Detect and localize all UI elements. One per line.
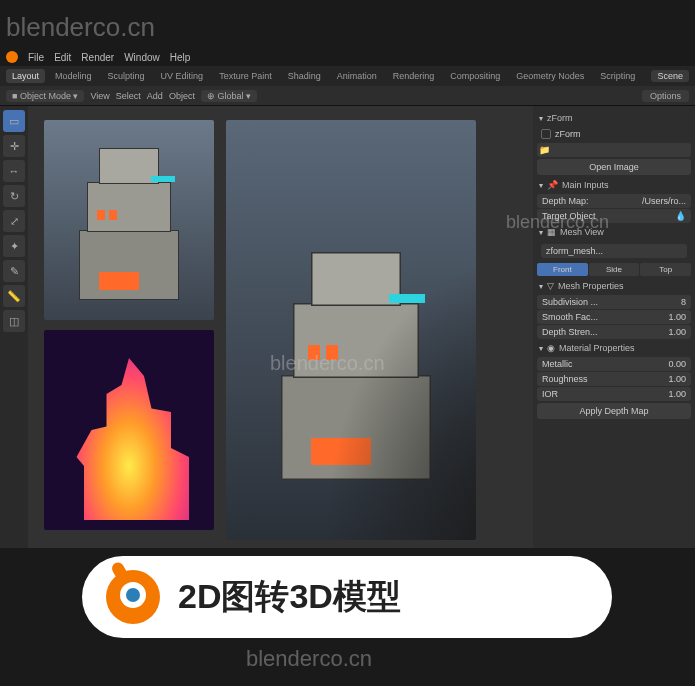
- mode-selector[interactable]: ■ Object Mode ▾: [6, 90, 84, 102]
- depth-map-image: [44, 330, 214, 530]
- watermark: blenderco.cn: [246, 646, 372, 672]
- scale-tool-icon[interactable]: ⤢: [3, 210, 25, 232]
- move-tool-icon[interactable]: ↔: [3, 160, 25, 182]
- blender-window: File Edit Render Window Help Layout Mode…: [0, 48, 695, 548]
- viewport-header: ■ Object Mode ▾ View Select Add Object ⊕…: [0, 86, 695, 106]
- workspace-tabs: Layout Modeling Sculpting UV Editing Tex…: [0, 66, 695, 86]
- menu-window[interactable]: Window: [124, 52, 160, 63]
- menu-edit[interactable]: Edit: [54, 52, 71, 63]
- subdivision-field[interactable]: Subdivision ...8: [537, 295, 691, 309]
- menu-object[interactable]: Object: [169, 91, 195, 101]
- zform-checkbox[interactable]: [541, 129, 551, 139]
- watermark: blenderco.cn: [6, 12, 155, 43]
- props-icon: ▽: [547, 281, 554, 291]
- roughness-field[interactable]: Roughness1.00: [537, 372, 691, 386]
- tab-texture[interactable]: Texture Paint: [213, 69, 278, 83]
- tab-layout[interactable]: Layout: [6, 69, 45, 83]
- select-tool-icon[interactable]: ▭: [3, 110, 25, 132]
- orientation-selector[interactable]: ⊕ Global ▾: [201, 90, 257, 102]
- folder-icon: 📁: [539, 145, 550, 155]
- view-segment: Front Side Top: [537, 263, 691, 276]
- add-tool-icon[interactable]: ◫: [3, 310, 25, 332]
- tab-scripting[interactable]: Scripting: [594, 69, 641, 83]
- depth-strength-field[interactable]: Depth Stren...1.00: [537, 325, 691, 339]
- mesh-props-header[interactable]: ▽Mesh Properties: [537, 278, 691, 294]
- menu-select[interactable]: Select: [116, 91, 141, 101]
- blender-logo-icon: [6, 51, 18, 63]
- apply-depth-button[interactable]: Apply Depth Map: [537, 403, 691, 419]
- depth-map-field[interactable]: Depth Map:/Users/ro...: [537, 194, 691, 208]
- menu-help[interactable]: Help: [170, 52, 191, 63]
- tab-animation[interactable]: Animation: [331, 69, 383, 83]
- mesh-view-header[interactable]: ▦Mesh View: [537, 224, 691, 240]
- target-object-field[interactable]: Target Object💧: [537, 209, 691, 223]
- mesh-icon: ▦: [547, 227, 556, 237]
- mesh-name-field[interactable]: zform_mesh...: [541, 244, 687, 258]
- rotate-tool-icon[interactable]: ↻: [3, 185, 25, 207]
- main-menu: File Edit Render Window Help: [0, 48, 695, 66]
- measure-tool-icon[interactable]: 📏: [3, 285, 25, 307]
- material-props-header[interactable]: ◉Material Properties: [537, 340, 691, 356]
- eyedropper-icon[interactable]: 💧: [675, 211, 686, 221]
- zform-panel: zForm zForm 📁 Open Image 📌Main Inputs De…: [533, 106, 695, 548]
- ior-field[interactable]: IOR1.00: [537, 387, 691, 401]
- tab-sculpting[interactable]: Sculpting: [102, 69, 151, 83]
- reference-image: [44, 120, 214, 320]
- options-dropdown[interactable]: Options: [642, 90, 689, 102]
- result-mesh: [226, 120, 476, 540]
- menu-render[interactable]: Render: [81, 52, 114, 63]
- panel-header[interactable]: zForm: [537, 110, 691, 126]
- main-inputs-header[interactable]: 📌Main Inputs: [537, 177, 691, 193]
- zform-check-label: zForm: [555, 129, 581, 139]
- title-banner: 2D图转3D模型: [82, 556, 612, 638]
- smooth-field[interactable]: Smooth Fac...1.00: [537, 310, 691, 324]
- tab-modeling[interactable]: Modeling: [49, 69, 98, 83]
- annotate-tool-icon[interactable]: ✎: [3, 260, 25, 282]
- pin-icon: 📌: [547, 180, 558, 190]
- image-browse[interactable]: 📁: [537, 143, 691, 157]
- tab-uv[interactable]: UV Editing: [155, 69, 210, 83]
- tool-sidebar: ▭ ✛ ↔ ↻ ⤢ ✦ ✎ 📏 ◫: [0, 106, 28, 548]
- tab-rendering[interactable]: Rendering: [387, 69, 441, 83]
- tab-geonodes[interactable]: Geometry Nodes: [510, 69, 590, 83]
- cursor-tool-icon[interactable]: ✛: [3, 135, 25, 157]
- tab-shading[interactable]: Shading: [282, 69, 327, 83]
- transform-tool-icon[interactable]: ✦: [3, 235, 25, 257]
- tab-compositing[interactable]: Compositing: [444, 69, 506, 83]
- menu-add[interactable]: Add: [147, 91, 163, 101]
- viewport-3d[interactable]: [28, 106, 533, 548]
- material-icon: ◉: [547, 343, 555, 353]
- seg-front[interactable]: Front: [537, 263, 588, 276]
- menu-view[interactable]: View: [90, 91, 109, 101]
- open-image-button[interactable]: Open Image: [537, 159, 691, 175]
- banner-title: 2D图转3D模型: [178, 574, 401, 620]
- blender-logo-icon: [106, 570, 160, 624]
- menu-file[interactable]: File: [28, 52, 44, 63]
- metallic-field[interactable]: Metallic0.00: [537, 357, 691, 371]
- seg-side[interactable]: Side: [589, 263, 640, 276]
- scene-selector[interactable]: Scene: [651, 70, 689, 82]
- seg-top[interactable]: Top: [640, 263, 691, 276]
